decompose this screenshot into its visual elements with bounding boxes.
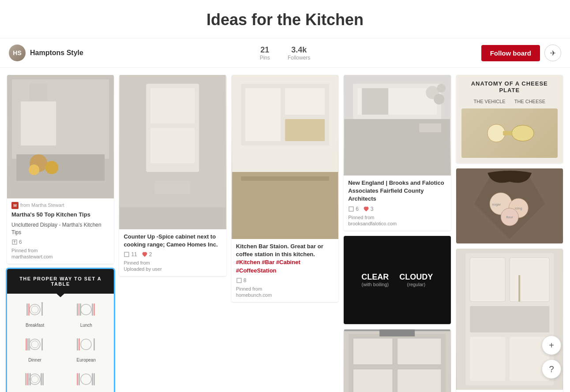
pin-card[interactable] [344,329,450,392]
svg-point-26 [81,339,91,350]
follow-board-button[interactable]: Follow board [481,45,540,61]
pin-source-label: Pinned from [236,286,334,291]
svg-rect-46 [151,88,195,123]
svg-rect-91 [510,258,549,302]
svg-rect-95 [518,275,520,302]
saves-stat: 6 [11,239,22,245]
pin-card[interactable]: M from Martha Stewart Martha's 50 Top Ki… [7,75,114,264]
svg-text:flour: flour [506,215,513,219]
pin-card[interactable]: ANATOMY OF A CHEESE PLATE THE VEHICLE TH… [456,75,563,163]
pin-title: New England | Brooks and Falotico Associ… [348,179,446,203]
pin-body: M from Martha Stewart Martha's 50 Top Ki… [7,198,114,264]
svg-rect-32 [25,373,26,385]
pin-card[interactable]: THE PROPER WAY TO SET A TABLE Br [7,269,114,392]
svg-rect-70 [397,338,441,365]
cheese-label: THE CHEESE [514,99,545,104]
svg-rect-34 [28,373,29,385]
svg-rect-27 [77,338,78,351]
pin-title: Kitchen Bar Staion. Great bar or coffee … [236,243,334,275]
svg-rect-29 [94,338,95,351]
svg-rect-48 [155,181,191,194]
svg-rect-12 [41,303,43,316]
pin-source-label: Pinned from [11,248,109,253]
pin-image [119,75,226,229]
add-icon: + [549,340,554,351]
pin-source-url: brooksandfalotico.com [348,221,446,226]
pins-count: 21 [260,45,269,55]
followers-count: 3.4k [291,45,307,55]
svg-rect-35 [30,373,31,385]
pin-card[interactable]: CLEAR (with boiling) CLOUDY (regular) [344,236,450,324]
pin-stats: 6 3 [348,206,446,212]
svg-rect-76 [379,329,415,336]
svg-point-21 [31,341,38,348]
pin-stats: 11 2 [124,251,221,258]
from-source: M from Martha Stewart [11,202,109,209]
svg-rect-24 [29,338,30,351]
svg-rect-33 [26,373,28,385]
svg-rect-18 [92,303,93,316]
freezer-regular-label: (regular) [399,282,433,287]
pin-image [232,75,338,239]
svg-rect-72 [397,369,441,392]
pin-card[interactable]: sugar icing flour [456,168,563,243]
pin-body: Kitchen Bar Staion. Great bar or coffee … [232,239,338,302]
pin-card[interactable]: Kitchen Bar Staion. Great bar or coffee … [232,75,338,302]
source-icon: M [11,202,19,209]
page-title: Ideas for the Kitchen [0,0,570,38]
svg-point-6 [45,161,58,174]
help-icon: ? [549,364,554,374]
pin-source-label: Pinned from [124,260,221,265]
svg-rect-56 [232,172,338,239]
saves-count: 6 [19,239,22,245]
heart-icon [142,251,148,258]
fab-container: + ? [542,336,561,379]
pin-source-url: homebunch.com [236,292,334,298]
pin-card[interactable]: Counter Up -Spice cabinet next to cookin… [119,75,226,276]
svg-rect-23 [27,338,29,351]
svg-rect-47 [151,128,195,163]
svg-point-7 [29,164,39,175]
repin-icon [11,239,18,245]
pin-description: Uncluttered Display - Martha's Kitchen T… [11,221,109,236]
saves-count: 8 [244,277,247,284]
svg-text:sugar: sugar [492,202,501,206]
svg-rect-53 [245,88,281,141]
svg-point-13 [41,302,43,304]
svg-rect-42 [94,373,95,385]
followers-label: Followers [288,55,310,61]
svg-point-66 [434,94,444,105]
freezer-cloudy-label: CLOUDY [399,273,433,282]
svg-rect-10 [26,303,28,316]
svg-rect-62 [362,88,388,115]
message-button[interactable]: ✈ [544,45,561,61]
svg-rect-25 [41,338,43,351]
pin-source-url: marthastewart.com [11,254,109,259]
add-fab-button[interactable]: + [542,336,561,355]
pin-title: Martha's 50 Top Kitchen Tips [11,211,109,219]
pin-card[interactable]: New England | Brooks and Falotico Associ… [344,75,450,231]
svg-point-77 [488,124,505,142]
svg-text:icing: icing [515,206,522,210]
pin-stats: 6 [11,239,109,245]
svg-rect-39 [77,373,78,385]
pin-image: CLEAR (with boiling) CLOUDY (regular) [344,236,450,324]
svg-rect-79 [503,131,512,135]
saves-stat: 6 [348,206,359,212]
svg-rect-49 [120,207,226,229]
svg-rect-19 [94,303,95,316]
saves-stat: 8 [236,277,247,284]
board-owner[interactable]: HS Hamptons Style [9,45,83,61]
send-icon: ✈ [550,49,556,57]
svg-rect-92 [470,306,549,332]
from-label: from Martha Stewart [20,202,64,208]
svg-rect-17 [80,303,81,316]
pins-stat: 21 Pins [260,45,270,61]
svg-rect-16 [79,303,79,316]
svg-rect-4 [30,84,47,101]
repin-icon [236,277,242,284]
svg-rect-28 [79,338,80,351]
pin-image: THE PROPER WAY TO SET A TABLE Br [7,269,114,392]
help-fab-button[interactable]: ? [542,359,561,379]
hearts-count: 3 [371,206,374,212]
